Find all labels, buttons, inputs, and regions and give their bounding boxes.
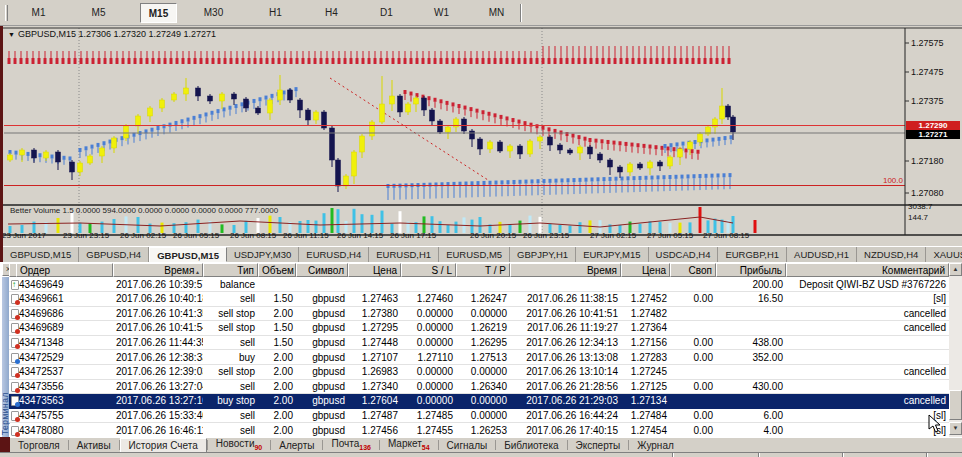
time-scale-label: 26 Jun 11:15 (283, 231, 329, 240)
cell-1: 2017.06.26 15:33:40 (113, 409, 203, 423)
terminal-tab-активы[interactable]: Активы (69, 439, 119, 452)
column-header-цена[interactable]: Цена (621, 263, 670, 277)
timeframe-button-mn[interactable]: MN (483, 3, 510, 23)
column-header-время[interactable]: Время ▴ (113, 263, 203, 277)
timeframe-button-m15[interactable]: M15 (140, 3, 177, 23)
terminal-tab-эксперты[interactable]: Эксперты (568, 439, 629, 452)
cell-11: 352.00 (716, 351, 786, 365)
terminal-tab-история-счета[interactable]: История Счета (120, 438, 207, 453)
chart-tab-eurgbp-h1[interactable]: EURGBP,H1 (718, 247, 787, 262)
chart-tab-gbpusd-m15[interactable]: GBPUSD,M15 (149, 247, 227, 262)
scrollbar-thumb[interactable] (949, 390, 962, 420)
table-row[interactable]: 434696892017.06.26 10:41:54sell stop1.50… (9, 321, 949, 336)
mouse-cursor (928, 414, 942, 434)
cell-4: gbpusd (296, 380, 348, 394)
cell-0: 43473563 (16, 394, 113, 408)
toolbar-grip[interactable] (5, 5, 8, 21)
column-header-время[interactable]: Время (510, 263, 621, 277)
timeframe-button-w1[interactable]: W1 (428, 3, 455, 23)
cell-5: 1.27487 (348, 409, 401, 423)
chart-tab-gbpusd-h4[interactable]: GBPUSD,H4 (79, 247, 149, 262)
cell-2: sell stop (203, 307, 258, 321)
cell-5: 1.27380 (348, 307, 401, 321)
terminal-tab-сигналы[interactable]: Сигналы (439, 439, 496, 452)
chart-tab-eurjpy-m15[interactable]: EURJPY,M15 (576, 247, 648, 262)
terminal-tab-журнал[interactable]: Журнал (629, 439, 682, 452)
cell-11 (716, 394, 786, 408)
timeframe-button-m30[interactable]: M30 (200, 3, 227, 23)
mt4-terminal-window: { "toolbar": { "active": "M15", "timefra… (0, 0, 962, 457)
terminal-tab-алерты[interactable]: Алерты (271, 439, 322, 452)
terminal-tab-библиотека[interactable]: Библиотека (496, 439, 566, 452)
column-header-символ[interactable]: Символ (296, 263, 348, 277)
table-scrollbar[interactable]: ▲ ▼ (949, 262, 962, 437)
column-header-тип[interactable]: Тип (203, 263, 258, 277)
terminal-tab-торговля[interactable]: Торговля (10, 439, 68, 452)
scroll-up-icon[interactable]: ▲ (949, 263, 962, 276)
chart-tab-gbpusd-m15[interactable]: GBPUSD,M15 (3, 247, 79, 262)
column-header-прибыль[interactable]: Прибыль (716, 263, 786, 277)
column-header-объем[interactable]: Объем (258, 263, 296, 277)
chart-tab-nzdusd-h4[interactable]: NZDUSD,H4 (857, 247, 926, 262)
table-row[interactable]: 434725292017.06.26 12:38:33buy2.00gbpusd… (9, 351, 949, 366)
cell-3: 1.50 (258, 321, 296, 335)
timeframe-button-h4[interactable]: H4 (318, 3, 345, 23)
table-row[interactable]: 434757552017.06.26 15:33:40sell2.00gbpus… (9, 409, 949, 424)
cell-5: 1.27604 (348, 394, 401, 408)
column-header-t-p[interactable]: T / P (456, 263, 510, 277)
scroll-down-icon[interactable]: ▼ (949, 422, 962, 435)
table-row[interactable]: ↑434696492017.06.26 10:39:57balance200.0… (9, 278, 949, 293)
cell-6: 0.00000 (401, 336, 456, 350)
chart-tab-eurusd-h1[interactable]: EURUSD,H1 (369, 247, 439, 262)
chart-area[interactable]: ▼GBPUSD,M15 1.27306 1.27320 1.27249 1.27… (0, 26, 962, 246)
cell-6: 1.27485 (401, 409, 456, 423)
table-row[interactable]: 434735562017.06.26 13:27:04sell2.00gbpus… (9, 380, 949, 395)
time-scale-label: 26 Jun 20:15 (470, 231, 516, 240)
chart-tab-eurusd-m5[interactable]: EURUSD,M5 (439, 247, 510, 262)
table-row[interactable]: 434735632017.06.26 13:27:16buy stop2.00g… (9, 394, 949, 409)
time-scale-label: 23 Jun 2017 (2, 231, 46, 240)
table-row[interactable]: 434780802017.06.26 16:46:11sell2.00gbpus… (9, 424, 949, 439)
timeframe-button-m1[interactable]: M1 (25, 3, 52, 23)
chart-tab-gbpjpy-h1[interactable]: GBPJPY,H1 (510, 247, 576, 262)
terminal-vertical-tab[interactable]: Терминал (2, 277, 9, 437)
cell-2: sell (203, 292, 258, 306)
cell-8: 2017.06.26 12:34:13 (510, 336, 621, 350)
table-row[interactable]: 434696862017.06.26 10:41:35sell stop2.00… (9, 307, 949, 322)
chart-tab-usdjpy-m30[interactable]: USDJPY,M30 (227, 247, 299, 262)
cell-3: 2.00 (258, 351, 296, 365)
column-header-s-l[interactable]: S / L (401, 263, 456, 277)
cell-12 (786, 380, 949, 394)
terminal-tab-новости[interactable]: Новости90 (208, 437, 271, 454)
terminal-tab-почта[interactable]: Почта136 (323, 437, 378, 454)
timeframe-button-d1[interactable]: D1 (373, 3, 400, 23)
cell-9: 1.27364 (621, 321, 670, 335)
chart-tab-audusd-h1[interactable]: AUDUSD,H1 (787, 247, 857, 262)
chart-tab-strip: GBPUSD,M15GBPUSD,H4GBPUSD,M15USDJPY,M30E… (3, 246, 962, 262)
table-row[interactable]: 434725372017.06.26 12:39:03sell stop2.00… (9, 365, 949, 380)
table-row[interactable]: 434696612017.06.26 10:40:18sell1.50gbpus… (9, 292, 949, 307)
column-header-ордер[interactable]: Ордер (16, 263, 113, 277)
cell-8: 2017.06.26 13:13:08 (510, 351, 621, 365)
terminal-tab-bar: ТорговляАктивыИстория СчетаНовости90Алер… (10, 437, 962, 452)
chart-tab-xauusd-h1[interactable]: XAUUSD,H1 (926, 247, 962, 262)
time-scale-label: 26 Jun 08:15 (230, 231, 276, 240)
cell-11: 4.00 (716, 424, 786, 438)
timeframe-button-m5[interactable]: M5 (85, 3, 112, 23)
column-header-комментарий[interactable]: Комментарий (786, 263, 949, 277)
cell-8: 2017.06.26 17:40:15 (510, 424, 621, 438)
chart-tab-usdcad-h4[interactable]: USDCAD,H4 (649, 247, 719, 262)
column-header-своп[interactable]: Своп (670, 263, 716, 277)
column-header-цена[interactable]: Цена (348, 263, 401, 277)
cell-4: gbpusd (296, 351, 348, 365)
terminal-tab-маркет[interactable]: Маркет54 (380, 437, 438, 454)
cell-7: 0.00000 (456, 307, 510, 321)
cell-2: sell (203, 424, 258, 438)
cell-10: 0.00 (670, 380, 716, 394)
chart-tab-eurusd-h4[interactable]: EURUSD,H4 (299, 247, 369, 262)
table-row[interactable]: 434713482017.06.26 11:44:35sell1.50gbpus… (9, 336, 949, 351)
cell-10 (670, 394, 716, 408)
chart-context-arrow-icon[interactable]: ▼ (8, 31, 15, 38)
timeframe-button-h1[interactable]: H1 (262, 3, 289, 23)
bid-price-badge: 1.27271 (906, 130, 960, 139)
